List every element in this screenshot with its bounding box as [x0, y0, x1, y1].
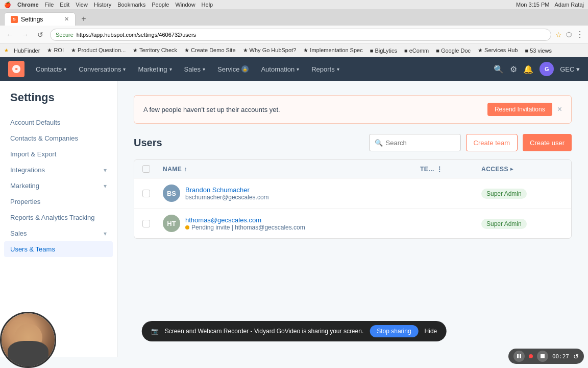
notifications-nav-icon[interactable]: 🔔 — [523, 64, 533, 74]
search-box[interactable]: 🔍 — [369, 134, 461, 151]
users-actions: 🔍 Create team Create user — [369, 134, 572, 151]
row1-checkbox[interactable] — [142, 190, 150, 197]
sidebar-item-users-teams[interactable]: Users & Teams — [4, 241, 113, 257]
hubspot-logo[interactable] — [8, 61, 24, 77]
svg-rect-2 — [520, 354, 521, 358]
nav-right: 🔍 ⚙ 🔔 G GEC ▾ — [494, 62, 580, 76]
name-column-header: NAME ↑ — [163, 165, 420, 173]
nav-automation[interactable]: Automation — [256, 62, 304, 76]
hide-button[interactable]: Hide — [425, 328, 437, 335]
bookmark-hubspot[interactable]: ★ Why Go HubSpot? — [241, 46, 299, 55]
gec-menu[interactable]: GEC ▾ — [560, 65, 580, 73]
user-avatar-brandon: BS — [163, 185, 180, 202]
access-badge-brandon: Super Admin — [481, 189, 527, 199]
file-menu[interactable]: File — [45, 2, 54, 8]
bookmarks-bar: ★ HubFinder ★ ROI ★ Product Question... … — [0, 44, 588, 57]
users-table: NAME ↑ TE... ⋮ ACCESS ▸ BS Brand — [134, 159, 572, 239]
recording-controls: 00:27 ↺ — [508, 349, 584, 364]
nav-reports[interactable]: Reports — [306, 62, 345, 76]
bookmark-hubfinder[interactable]: HubFinder — [12, 47, 42, 55]
bookmark-impl[interactable]: ★ Implementation Spec — [301, 46, 364, 55]
access-column-header: ACCESS ▸ — [481, 165, 563, 173]
table-row: HT hthomas@gecscales.com Pending invite … — [134, 209, 571, 238]
more-icon[interactable]: ⋮ — [576, 30, 584, 39]
table-row: BS Brandon Schumacher bschumacher@gecsca… — [134, 178, 571, 209]
history-menu[interactable]: History — [94, 2, 111, 8]
system-time: Mon 3:15 PM — [516, 2, 549, 8]
nav-conversations[interactable]: Conversations — [74, 62, 131, 76]
content-area: A few people haven't set up their accoun… — [117, 81, 588, 357]
table-header: NAME ↑ TE... ⋮ ACCESS ▸ — [134, 160, 571, 178]
svg-rect-1 — [517, 354, 519, 358]
new-tab-button[interactable]: + — [77, 12, 91, 26]
create-team-button[interactable]: Create team — [466, 134, 518, 151]
bookmark-roi[interactable]: ★ ROI — [45, 46, 66, 55]
stop-recording-button[interactable] — [537, 351, 548, 362]
stop-sharing-button[interactable]: Stop sharing — [370, 325, 418, 337]
help-menu[interactable]: Help — [202, 2, 213, 8]
nav-service[interactable]: Service 🔒 — [212, 62, 254, 76]
chrome-menu[interactable]: Chrome — [17, 2, 39, 8]
bookmark-views[interactable]: ■ 53 views — [523, 47, 554, 55]
bookmark-ecomm[interactable]: ■ eComm — [402, 47, 431, 55]
user-info-hthomas: HT hthomas@gecscales.com Pending invite … — [163, 215, 420, 232]
bookmark-demo[interactable]: ★ Create Demo Site — [182, 46, 237, 55]
view-menu[interactable]: View — [76, 2, 88, 8]
teams-sort-icon[interactable]: ⋮ — [436, 166, 443, 173]
user-info-brandon: BS Brandon Schumacher bschumacher@gecsca… — [163, 185, 420, 202]
sidebar-item-marketing[interactable]: Marketing ▾ — [0, 178, 117, 194]
nav-sales[interactable]: Sales — [179, 62, 211, 76]
nav-contacts[interactable]: Contacts — [31, 62, 71, 76]
user-name-hthomas[interactable]: hthomas@gecscales.com — [185, 216, 305, 224]
create-user-button[interactable]: Create user — [523, 134, 572, 151]
banner-close-button[interactable]: × — [557, 105, 562, 114]
users-header: Users 🔍 Create team Create user — [134, 134, 572, 151]
people-menu[interactable]: People — [152, 2, 169, 8]
forward-button[interactable]: → — [19, 29, 31, 40]
select-all-checkbox[interactable] — [142, 165, 150, 173]
sidebar-item-sales[interactable]: Sales ▾ — [0, 225, 117, 241]
bookmark-services[interactable]: ★ Services Hub — [476, 46, 520, 55]
url-bar[interactable]: Secure https://app.hubspot.com/settings/… — [50, 29, 551, 41]
pause-recording-button[interactable] — [513, 351, 525, 362]
sidebar-item-import-export[interactable]: Import & Export — [0, 146, 117, 162]
back-button[interactable]: ← — [4, 29, 15, 40]
access-sort-icon: ▸ — [510, 166, 513, 172]
extensions-icon[interactable]: ⬡ — [566, 31, 572, 38]
bookmark-biglytics[interactable]: ■ BigLytics — [368, 47, 399, 55]
banner-message: A few people haven't set up their accoun… — [143, 106, 280, 113]
recorder-banner: 📷 Screen and Webcam Recorder - Vidyard G… — [142, 321, 447, 341]
user-email-brandon: bschumacher@gecscales.com — [185, 194, 269, 201]
webcam-video — [2, 313, 55, 366]
row2-checkbox[interactable] — [142, 220, 150, 227]
bookmarks-menu[interactable]: Bookmarks — [117, 2, 145, 8]
bookmark-star-icon[interactable]: ☆ — [555, 31, 562, 39]
bookmark-product[interactable]: ★ Product Question... — [69, 46, 128, 55]
sidebar-item-integrations[interactable]: Integrations ▾ — [0, 162, 117, 178]
teams-column-header: TE... ⋮ — [420, 165, 481, 173]
window-menu[interactable]: Window — [175, 2, 195, 8]
search-nav-icon[interactable]: 🔍 — [494, 64, 504, 74]
search-input[interactable] — [386, 139, 452, 147]
nav-marketing[interactable]: Marketing — [133, 62, 177, 76]
resend-invitations-button[interactable]: Resend Invitations — [487, 103, 552, 116]
recording-timer: 00:27 — [552, 353, 569, 360]
refresh-recording-icon[interactable]: ↺ — [573, 353, 579, 360]
webcam-feed — [0, 312, 56, 368]
active-tab[interactable]: S Settings ✕ — [4, 12, 76, 26]
user-details-brandon: Brandon Schumacher bschumacher@gecscales… — [185, 186, 269, 201]
name-sort-icon[interactable]: ↑ — [184, 166, 187, 173]
edit-menu[interactable]: Edit — [60, 2, 69, 8]
sidebar-item-contacts-companies[interactable]: Contacts & Companies — [0, 130, 117, 146]
row2-access: Super Admin — [481, 219, 563, 228]
bookmark-google[interactable]: ■ Google Doc — [434, 47, 473, 55]
sidebar-item-reports-analytics[interactable]: Reports & Analytics Tracking — [0, 210, 117, 225]
sidebar-item-account-defaults[interactable]: Account Defaults — [0, 114, 117, 130]
user-name-brandon[interactable]: Brandon Schumacher — [185, 186, 269, 194]
sidebar-item-properties[interactable]: Properties — [0, 194, 117, 210]
bookmark-territory[interactable]: ★ Territory Check — [131, 46, 179, 55]
settings-nav-icon[interactable]: ⚙ — [510, 64, 517, 74]
refresh-button[interactable]: ↺ — [35, 29, 46, 40]
tab-close-button[interactable]: ✕ — [64, 16, 69, 22]
user-avatar-nav[interactable]: G — [540, 62, 554, 76]
